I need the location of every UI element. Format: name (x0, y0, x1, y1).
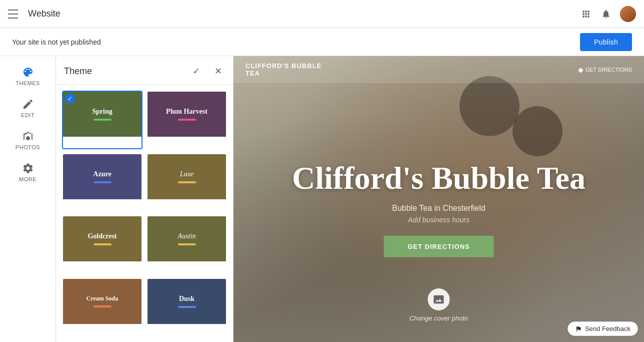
notification-text: Your site is not yet published (12, 38, 580, 46)
app-title: Website (28, 9, 580, 19)
theme-name-spring: Spring (92, 108, 112, 116)
main-area: THEMES EDIT PHOTOS MORE Theme ✓ (0, 56, 644, 342)
grid-icon[interactable] (580, 8, 592, 20)
sidebar-themes-label: THEMES (16, 80, 40, 86)
theme-bar-spring (94, 119, 112, 121)
theme-name-goldcrest: Goldcrest (88, 232, 116, 240)
theme-name-cream-soda: Cream Soda (86, 295, 118, 302)
bell-icon[interactable] (600, 8, 612, 20)
sidebar-edit-label: EDIT (21, 112, 34, 118)
send-feedback-button[interactable]: Send Feedback (568, 321, 638, 336)
topbar: Website (0, 0, 644, 28)
theme-bar-goldcrest (94, 243, 112, 245)
preview-directions-button[interactable]: GET DIRECTIONS (384, 236, 494, 257)
theme-bar-cream-soda (94, 305, 112, 307)
theme-footer-cream-soda (63, 324, 142, 336)
menu-icon[interactable] (8, 8, 20, 20)
theme-footer-spring (63, 137, 142, 149)
selected-checkmark: ✓ (65, 94, 75, 104)
theme-name-austin: Austin (178, 232, 196, 240)
preview-hero: Clifford's Bubble Tea Bubble Tea in Ches… (254, 160, 624, 257)
theme-bar-plum-harvest (178, 119, 196, 121)
notification-banner: Your site is not yet published Publish (0, 28, 644, 56)
theme-card-dusk[interactable]: Dusk (146, 278, 227, 336)
sidebar-more-label: MORE (19, 176, 36, 182)
theme-footer-goldcrest (63, 261, 142, 273)
sidebar-item-edit[interactable]: EDIT (0, 92, 56, 124)
theme-name-azure: Azure (93, 170, 111, 178)
publish-button[interactable]: Publish (580, 33, 632, 51)
theme-bar-luxe (178, 181, 196, 183)
theme-grid: ✓ Spring Plum Harvest Azure (56, 85, 233, 342)
preview-header-bar: CLIFFORD'S BUBBLE TEA ◆ GET DIRECTIONS (234, 56, 644, 83)
theme-name-luxe: Luxe (180, 170, 194, 178)
change-photo-label: Change cover photo (410, 314, 468, 322)
sidebar-item-themes[interactable]: THEMES (0, 60, 56, 92)
theme-footer-azure (63, 199, 142, 211)
theme-confirm-button[interactable]: ✓ (189, 64, 203, 78)
theme-card-cream-soda[interactable]: Cream Soda (62, 278, 142, 336)
theme-footer-luxe (148, 199, 226, 211)
theme-header-actions: ✓ ✕ (189, 64, 225, 78)
preview-site-name: CLIFFORD'S BUBBLE TEA (246, 62, 322, 77)
sidebar-item-photos[interactable]: PHOTOS (0, 124, 56, 156)
sidebar-item-more[interactable]: MORE (0, 156, 56, 188)
theme-footer-austin (148, 261, 226, 273)
theme-name-dusk: Dusk (179, 295, 194, 303)
theme-card-luxe[interactable]: Luxe (146, 153, 227, 212)
theme-footer-plum-harvest (148, 137, 226, 149)
theme-card-goldcrest[interactable]: Goldcrest (62, 215, 142, 274)
theme-close-button[interactable]: ✕ (211, 64, 225, 78)
tea-tin-1 (460, 76, 520, 136)
theme-footer-dusk (148, 324, 226, 336)
theme-bar-azure (94, 181, 112, 183)
theme-panel-title: Theme (64, 66, 189, 77)
theme-card-austin[interactable]: Austin (146, 215, 227, 274)
theme-card-plum-harvest[interactable]: Plum Harvest (146, 91, 227, 149)
topbar-actions (580, 6, 636, 22)
preview-hero-title: Clifford's Bubble Tea (254, 160, 624, 195)
theme-card-spring[interactable]: ✓ Spring (62, 91, 142, 149)
change-photo-icon (428, 288, 450, 310)
theme-name-plum-harvest: Plum Harvest (166, 108, 208, 116)
preview-photo-change[interactable]: Change cover photo (410, 288, 468, 322)
preview-hero-subtitle: Bubble Tea in Chesterfield (254, 204, 624, 213)
theme-bar-austin (178, 243, 196, 245)
svg-point-0 (26, 137, 29, 140)
theme-bar-dusk (178, 306, 196, 308)
sidebar: THEMES EDIT PHOTOS MORE (0, 56, 56, 342)
preview-get-directions-top[interactable]: ◆ GET DIRECTIONS (578, 66, 632, 74)
preview-area: CLIFFORD'S BUBBLE TEA ◆ GET DIRECTIONS C… (234, 56, 644, 342)
tea-tin-2 (512, 106, 562, 156)
theme-panel: Theme ✓ ✕ ✓ Spring Plum Harvest (56, 56, 234, 342)
sidebar-photos-label: PHOTOS (16, 144, 40, 150)
send-feedback-label: Send Feedback (585, 325, 630, 332)
preview-hero-hours: Add business hours (254, 216, 624, 224)
theme-header: Theme ✓ ✕ (56, 56, 233, 85)
avatar[interactable] (620, 6, 636, 22)
theme-card-azure[interactable]: Azure (62, 153, 142, 212)
